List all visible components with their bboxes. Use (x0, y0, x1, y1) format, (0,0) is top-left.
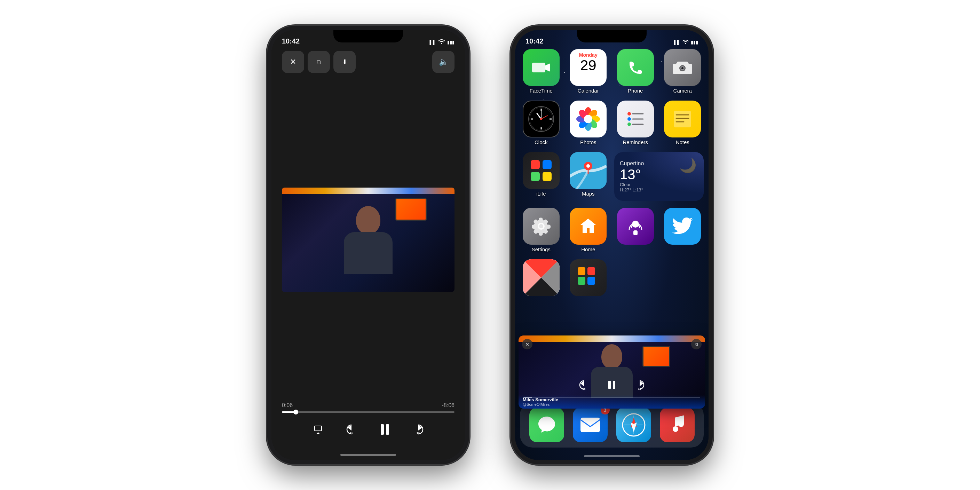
volume-button[interactable]: 🔈 (432, 51, 455, 73)
app-twitter[interactable] (662, 208, 704, 252)
svg-rect-37 (674, 111, 691, 127)
dock-messages[interactable] (529, 407, 564, 442)
dock-mail[interactable]: 3 (573, 407, 608, 442)
wifi-icon (438, 39, 445, 45)
pip-expand-btn[interactable]: ⧉ (691, 339, 702, 349)
close-button[interactable]: ✕ (282, 51, 304, 73)
playback-controls: 0:06 -8:06 (282, 402, 455, 439)
app-home[interactable]: Home (567, 208, 610, 252)
skip-forward-button[interactable]: 15 (409, 420, 428, 439)
app-notes[interactable]: Notes (662, 100, 704, 145)
svg-text:15: 15 (417, 431, 420, 435)
app-phone[interactable]: Phone (614, 49, 657, 94)
svg-rect-43 (531, 172, 540, 181)
reminders-icon (617, 100, 654, 137)
settings-label: Settings (532, 247, 550, 252)
twitter-icon (664, 208, 701, 245)
video-main (282, 188, 455, 292)
app-settings[interactable]: Settings (520, 208, 562, 252)
app-calendar[interactable]: Monday 29 Calendar (567, 49, 610, 94)
pip-skip-fwd[interactable]: 15 (633, 379, 646, 391)
right-phone: 10:42 ▌▌ ▮▮▮ (511, 26, 713, 464)
wifi-icon-right (682, 39, 689, 45)
pip-close-btn[interactable]: ✕ (522, 339, 533, 349)
pip-person-name: Miles Somerville (523, 397, 701, 402)
app-reminders[interactable]: Reminders (614, 100, 657, 145)
podcast-icon (617, 208, 654, 245)
app-facetime[interactable]: FaceTime (520, 49, 562, 94)
home-grid: FaceTime Monday 29 Calendar Phone (520, 49, 704, 298)
svg-rect-53 (578, 277, 585, 285)
progress-times: 0:06 -8:06 (282, 402, 455, 409)
app-ilife[interactable]: iLife (520, 152, 562, 201)
reminders-label: Reminders (623, 139, 648, 145)
app-grid[interactable] (567, 259, 610, 298)
notes-label: Notes (676, 139, 689, 145)
pip-person-handle: @SomeOfMiles (523, 402, 701, 406)
progress-track[interactable] (282, 411, 455, 413)
progress-bar-container: 0:06 -8:06 (282, 402, 455, 413)
pip-name-bar: Miles Somerville @SomeOfMiles (519, 395, 705, 409)
playback-btns: 15 1 (282, 420, 455, 439)
news-icon (523, 259, 560, 296)
time-left: 10:42 (282, 37, 300, 45)
current-time: 0:06 (282, 402, 293, 409)
skip-back-button[interactable]: 15 (342, 420, 361, 439)
time-right: 10:42 (525, 37, 543, 45)
pip-scene: ✕ ⧉ 15 (519, 336, 705, 409)
calendar-label: Calendar (578, 88, 599, 94)
left-phone: 10:42 ▌▌ ▮▮▮ ✕ (267, 26, 469, 464)
weather-box: 🌙 Cupertino 13° Clear H:27° L:13° (614, 152, 704, 201)
app-clock[interactable]: Clock (520, 100, 562, 145)
facetime-icon (523, 49, 560, 86)
pip-pause-btn[interactable] (606, 379, 618, 391)
svg-marker-62 (631, 423, 637, 432)
svg-text:15: 15 (350, 431, 353, 435)
signal-icon: ▌▌ (430, 40, 436, 45)
video-scene (282, 188, 455, 292)
right-dock: 3 (520, 402, 704, 447)
svg-rect-4 (381, 424, 384, 435)
photos-icon (570, 100, 606, 137)
svg-rect-51 (578, 267, 585, 275)
home-icon (570, 208, 606, 245)
battery-icon-right: ▮▮▮ (691, 40, 698, 45)
volume-icon: 🔈 (439, 57, 448, 67)
battery-icon: ▮▮▮ (447, 40, 455, 45)
svg-point-33 (627, 117, 631, 121)
app-photos[interactable]: Photos (567, 100, 610, 145)
app-camera[interactable]: Camera (662, 49, 704, 94)
ctrl-group-left: ✕ ⧉ ⬇ (282, 51, 356, 73)
signal-icon-right: ▌▌ (674, 40, 680, 45)
app-news[interactable] (520, 259, 562, 298)
phone-label: Phone (628, 88, 643, 94)
app-maps[interactable]: Maps (567, 152, 610, 201)
weather-temp: 13° (620, 167, 698, 182)
download-icon: ⬇ (342, 58, 347, 66)
pip-icon: ⧉ (317, 59, 321, 66)
maps-label: Maps (582, 191, 595, 197)
download-button[interactable]: ⬇ (333, 51, 356, 73)
left-phone-screen: 10:42 ▌▌ ▮▮▮ ✕ (272, 30, 465, 460)
settings-icon (523, 208, 560, 245)
camera-label: Camera (673, 88, 692, 94)
svg-rect-49 (633, 231, 638, 235)
dock-safari[interactable] (616, 407, 651, 442)
airplay-button[interactable] (308, 420, 328, 439)
notch-right (577, 30, 647, 43)
svg-point-21 (540, 118, 542, 120)
home-label: Home (581, 247, 595, 252)
svg-rect-44 (542, 172, 552, 181)
weather-city: Cupertino (620, 161, 698, 167)
weather-widget[interactable]: 🌙 Cupertino 13° Clear H:27° L:13° (614, 152, 704, 201)
pip-skip-back[interactable]: 15 (578, 379, 590, 391)
svg-point-35 (627, 123, 631, 126)
home-indicator-left (340, 454, 396, 456)
dock-music[interactable] (660, 407, 695, 442)
svg-point-11 (681, 67, 684, 69)
app-podcast[interactable] (614, 208, 657, 252)
svg-rect-52 (587, 267, 595, 275)
pip-button[interactable]: ⧉ (308, 51, 330, 73)
svg-rect-42 (542, 160, 552, 169)
pause-button[interactable] (375, 420, 395, 439)
